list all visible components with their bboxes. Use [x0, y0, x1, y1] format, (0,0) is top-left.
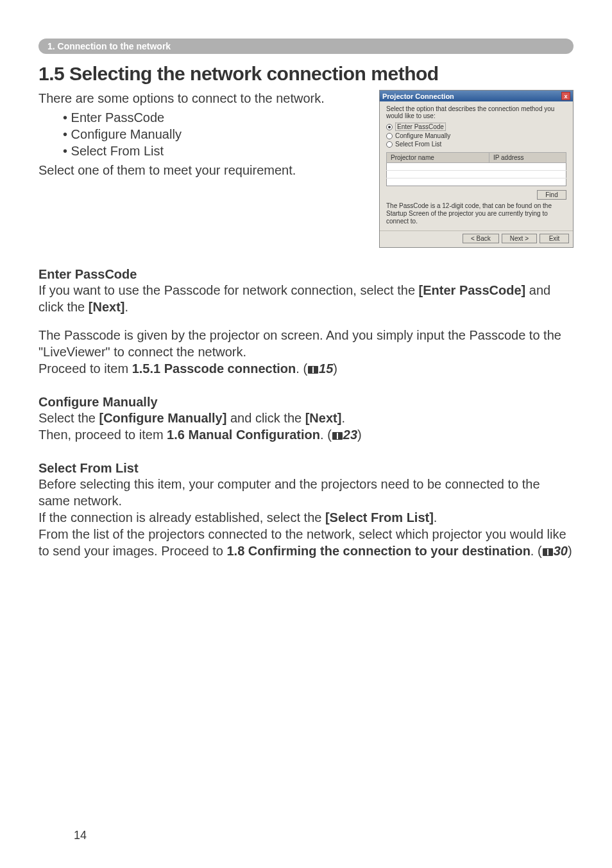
- text-bold: 1.5.1 Passcode connection: [132, 361, 296, 376]
- table-header-ip: IP address: [489, 153, 566, 163]
- radio-label: Configure Manually: [395, 132, 450, 139]
- bullet-item: Configure Manually: [63, 126, 366, 143]
- select-from-list-p2: If the connection is already established…: [38, 509, 574, 526]
- breadcrumb-label: 1. Connection to the network: [47, 41, 171, 51]
- projector-connection-dialog: Projector Connection x Select the option…: [379, 90, 574, 248]
- enter-passcode-p3: Proceed to item 1.5.1 Passcode connectio…: [38, 360, 574, 377]
- page-number: 14: [74, 829, 87, 842]
- dialog-prompt: Select the option that describes the con…: [386, 105, 566, 119]
- radio-icon: [386, 133, 393, 139]
- text: Proceed to item: [38, 361, 132, 376]
- text: Select the: [38, 411, 99, 425]
- select-from-list-p3: From the list of the projectors connecte…: [38, 526, 574, 559]
- book-icon: [543, 548, 553, 556]
- radio-configure-manually[interactable]: Configure Manually: [386, 132, 566, 140]
- text: If you want to use the Passcode for netw…: [38, 283, 419, 297]
- connection-method-radios: Enter PassCode Configure Manually Select…: [386, 122, 566, 148]
- text-bold: 1.6 Manual Configuration: [167, 428, 320, 442]
- configure-manually-p2: Then, proceed to item 1.6 Manual Configu…: [38, 426, 574, 443]
- close-icon[interactable]: x: [561, 92, 570, 100]
- enter-passcode-p2: The Passcode is given by the projector o…: [38, 327, 574, 360]
- text-bold: [Next]: [305, 411, 342, 425]
- select-from-list-p1: Before selecting this item, your compute…: [38, 476, 574, 509]
- table-row: [387, 178, 566, 186]
- projector-table: Projector name IP address: [386, 152, 566, 186]
- text-bold: [Select From List]: [325, 510, 434, 525]
- text: ): [568, 544, 572, 558]
- text-bold: [Configure Manually]: [99, 411, 227, 425]
- back-button[interactable]: < Back: [463, 234, 499, 243]
- text: .: [124, 300, 128, 314]
- text: Then, proceed to item: [38, 428, 167, 442]
- find-button[interactable]: Find: [537, 190, 566, 200]
- exit-button[interactable]: Exit: [540, 234, 569, 243]
- radio-label: Enter PassCode: [395, 123, 446, 131]
- text: If the connection is already established…: [38, 510, 325, 525]
- book-icon: [332, 432, 343, 440]
- text-bold: [Next]: [89, 300, 125, 314]
- radio-enter-passcode[interactable]: Enter PassCode: [386, 122, 566, 132]
- page-ref: 30: [554, 544, 568, 558]
- bullet-item: Select From List: [63, 143, 366, 159]
- book-icon: [308, 366, 318, 374]
- intro-text-2: Select one of them to meet your requirem…: [38, 162, 366, 178]
- next-button[interactable]: Next >: [502, 234, 537, 243]
- text: ): [333, 361, 337, 376]
- text-bold: [Enter PassCode]: [419, 283, 526, 297]
- text: ): [357, 428, 362, 442]
- text: . (: [320, 428, 332, 442]
- configure-manually-heading: Configure Manually: [38, 395, 574, 410]
- table-row: [387, 163, 566, 171]
- table-header-name: Projector name: [387, 153, 489, 163]
- enter-passcode-p1: If you want to use the Passcode for netw…: [38, 282, 574, 315]
- bullet-item: Enter PassCode: [63, 109, 366, 126]
- dialog-help-text: The PassCode is a 12-digit code, that ca…: [386, 202, 566, 228]
- breadcrumb: 1. Connection to the network: [38, 39, 574, 54]
- radio-icon: [386, 124, 393, 130]
- radio-select-from-list[interactable]: Select From List: [386, 140, 566, 148]
- page-ref: 23: [343, 428, 357, 442]
- select-from-list-heading: Select From List: [38, 461, 574, 476]
- configure-manually-p1: Select the [Configure Manually] and clic…: [38, 410, 574, 426]
- intro-text-1: There are some options to connect to the…: [38, 90, 366, 107]
- dialog-title: Projector Connection: [382, 92, 454, 100]
- section-title: 1.5 Selecting the network connection met…: [38, 63, 574, 85]
- radio-icon: [386, 141, 393, 148]
- radio-label: Select From List: [395, 141, 441, 148]
- enter-passcode-heading: Enter PassCode: [38, 267, 574, 282]
- page-ref: 15: [319, 361, 333, 376]
- text-bold: 1.8 Confirming the connection to your de…: [227, 544, 531, 558]
- table-row: [387, 171, 566, 178]
- text: and click the: [226, 411, 305, 425]
- text: . (: [531, 544, 542, 558]
- text: . (: [296, 361, 307, 376]
- text: .: [434, 510, 438, 525]
- text: .: [341, 411, 345, 425]
